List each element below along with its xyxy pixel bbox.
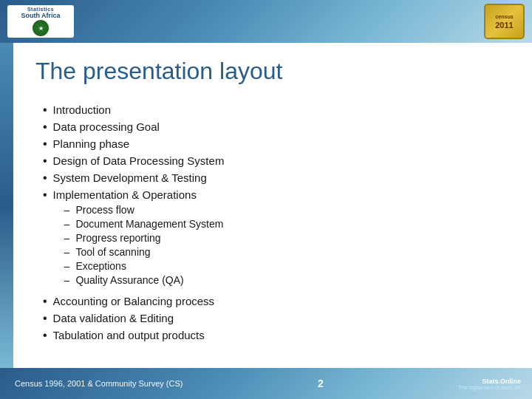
census-badge: census 2011 — [484, 4, 525, 39]
top-bar: Statistics South Africa ★ census 2011 — [0, 0, 532, 43]
sub-item-process-flow: Process flow — [64, 204, 224, 216]
bottom-bar: Census 1996, 2001 & Community Survey (CS… — [0, 368, 532, 399]
sub-item-progress: Progress reporting — [64, 232, 224, 244]
sub-item-qa: Quality Assurance (QA) — [64, 274, 224, 286]
slide: Statistics South Africa ★ census 2011 Th… — [0, 0, 532, 399]
list-item-implementation: Implementation & Operations Process flow… — [43, 188, 510, 291]
sub-item-doc-mgmt: Document Management System — [64, 218, 224, 230]
sub-bullet-list: Process flow Document Management System … — [64, 204, 224, 286]
list-item-planning: Planning phase — [43, 137, 510, 151]
main-bullet-list: Introduction Data processing Goal Planni… — [43, 103, 510, 342]
footer-page-number: 2 — [318, 378, 324, 389]
list-item-tabulation: Tabulation and output products — [43, 329, 510, 342]
census-badge-year: 2011 — [495, 21, 513, 30]
header-logo: Statistics South Africa ★ — [7, 4, 74, 39]
content-area: The presentation layout Introduction Dat… — [13, 43, 532, 368]
list-item-design: Design of Data Processing System — [43, 154, 510, 168]
stats-sa-logo-box: Statistics South Africa ★ — [7, 5, 74, 38]
logo-mid-text: South Africa — [21, 12, 60, 19]
sub-item-tool-scanning: Tool of scanning — [64, 246, 224, 258]
left-accent-bar — [0, 43, 13, 368]
list-item-accounting: Accounting or Balancing process — [43, 295, 510, 308]
list-item-intro: Introduction — [43, 103, 510, 117]
logo-top-text: Statistics — [27, 7, 54, 12]
list-item-system-dev: System Development & Testing — [43, 171, 510, 185]
census-badge-text: census — [495, 13, 513, 20]
slide-title: The presentation layout — [35, 58, 510, 89]
logo-emblem: ★ — [33, 20, 49, 36]
footer-left-text: Census 1996, 2001 & Community Survey (CS… — [15, 379, 183, 388]
sub-item-exceptions: Exceptions — [64, 260, 224, 272]
list-item-validation: Data validation & Editing — [43, 312, 510, 325]
stats-online-label: Stats.Online — [482, 378, 521, 385]
stats-online-sub: The digital face of Stats SA — [459, 385, 521, 390]
footer-right-logo: Stats.Online The digital face of Stats S… — [459, 378, 521, 390]
list-item-data-processing: Data processing Goal — [43, 120, 510, 134]
